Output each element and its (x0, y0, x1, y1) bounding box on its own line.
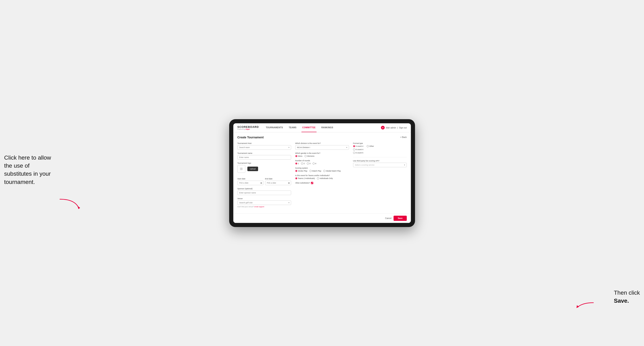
navbar: SCOREBOARD Powered by clippd TOURNAMENTS… (233, 123, 411, 132)
form-col-1: Tournament Host Tournament name Tourname… (238, 142, 291, 210)
nav-user-area: B blair admin | Sign out (381, 126, 406, 130)
scoring-label: Scoring system (295, 167, 349, 169)
tournament-name-label: Tournament name (238, 152, 291, 154)
scoring-api-select[interactable]: Select a scoring service (353, 163, 407, 167)
venue-email-link[interactable]: email support (254, 206, 264, 208)
event-teams[interactable]: Teams (+Individuals) (295, 177, 315, 179)
arrow-left-icon (58, 197, 82, 209)
svg-marker-1 (576, 305, 579, 308)
allow-substitutes-group: Allow substitutes? (295, 182, 349, 184)
venue-input[interactable] (238, 200, 291, 205)
start-date-label: Start date (238, 178, 264, 180)
tournament-name-group: Tournament name (238, 152, 291, 160)
cancel-button[interactable]: Cancel (385, 217, 392, 219)
division-select[interactable]: NCAA Division I (295, 145, 349, 150)
nav-rankings[interactable]: RANKINGS (321, 123, 334, 132)
gender-label: Which gender is the event for? (295, 152, 349, 154)
scoring-api-label: Use third-party live scoring API? (353, 160, 407, 162)
form-grid: Tournament Host Tournament name Tourname… (238, 142, 407, 210)
sponsor-label: Sponsor (optional) (238, 188, 291, 190)
logo: SCOREBOARD Powered by clippd (238, 125, 259, 130)
tournament-host-label: Tournament Host (238, 142, 291, 144)
allow-substitutes-label[interactable]: Allow substitutes? (295, 182, 349, 184)
event-individuals[interactable]: Individuals Only (317, 177, 333, 179)
page-content: Create Tournament Back Tournament Host T… (233, 132, 411, 213)
form-footer: Cancel Save (233, 213, 411, 223)
calendar-icon-2: ▦ (288, 182, 290, 184)
annotation-right: Then click Save. (614, 289, 640, 305)
format-5count4[interactable]: 5 count 4 (353, 145, 364, 147)
back-link[interactable]: Back (400, 136, 407, 138)
sponsor-group: Sponsor (optional) (238, 188, 291, 195)
username: blair admin (386, 127, 396, 129)
rounds-label: Number of rounds (295, 160, 349, 162)
logo-scoreboard-text: SCOREBOARD (238, 125, 259, 129)
nav-tournaments[interactable]: TOURNAMENTS (265, 123, 284, 132)
division-label: Which division is the event for? (295, 142, 349, 144)
format-type-options: 5 count 4 Other 6 count 4 (353, 145, 407, 154)
calendar-icon: ▦ (260, 182, 262, 184)
nav-committee[interactable]: COMMITTEE (302, 123, 316, 132)
page-title: Create Tournament (238, 136, 264, 139)
sign-out-link[interactable]: Sign out (399, 127, 407, 129)
allow-substitutes-checkbox[interactable] (311, 182, 313, 184)
format-type-group: Format type 5 count 4 Other (353, 142, 407, 154)
format-row-1: 5 count 4 Other (353, 145, 407, 147)
section-divider (353, 157, 407, 157)
scoring-group: Scoring system Stroke Play Match Play (295, 167, 349, 172)
rounds-group: Number of rounds 1 2 (295, 160, 349, 165)
format-6count5[interactable]: 6 count 5 (353, 152, 364, 154)
end-date-input[interactable] (265, 181, 291, 185)
rounds-1[interactable]: 1 (295, 163, 299, 165)
format-row-2: 6 count 4 (353, 149, 407, 151)
venue-group: Venue Can't find your venue? email suppo… (238, 197, 291, 208)
save-button[interactable]: Save (394, 216, 406, 221)
form-col-2: Which division is the event for? NCAA Di… (295, 142, 349, 210)
scoring-medal-match[interactable]: Medal Match Play (323, 170, 341, 172)
format-type-label: Format type (353, 142, 407, 144)
end-date-label: End date (265, 178, 291, 180)
division-group: Which division is the event for? NCAA Di… (295, 142, 349, 150)
form-col-3: Format type 5 count 4 Other (353, 142, 407, 210)
tournament-logo-group: Tournament logo ⊞ Upload (238, 162, 291, 175)
start-date-group: Start date ▦ (238, 178, 264, 185)
tournament-host-input[interactable] (238, 145, 291, 150)
format-6count4[interactable]: 6 count 4 (353, 149, 364, 151)
venue-help-text: Can't find your venue? email support (238, 206, 291, 208)
logo-clippd-text: clippd (245, 129, 250, 130)
tournament-name-input[interactable] (238, 155, 291, 160)
rounds-4[interactable]: 4 (312, 163, 316, 165)
logo-upload-area: ⊞ Upload (238, 165, 291, 173)
rounds-radio-group: 1 2 3 4 (295, 163, 349, 165)
gender-mens[interactable]: Mens (295, 155, 302, 157)
scoring-stroke[interactable]: Stroke Play (295, 170, 308, 172)
start-date-input[interactable] (238, 181, 264, 185)
nav-links: TOURNAMENTS TEAMS COMMITTEE RANKINGS (265, 123, 381, 132)
tablet-screen: SCOREBOARD Powered by clippd TOURNAMENTS… (233, 123, 411, 223)
tournament-logo-label: Tournament logo (238, 162, 291, 164)
logo-powered-text: Powered by clippd (238, 129, 259, 130)
nav-teams[interactable]: TEAMS (288, 123, 298, 132)
scoring-radio-group: Stroke Play Match Play Medal Match Play (295, 170, 349, 172)
gender-radio-group: Mens Womens (295, 155, 349, 157)
event-type-group: Is this event for Teams and/or Individua… (295, 174, 349, 179)
format-row-3: 6 count 5 (353, 152, 407, 154)
sponsor-input[interactable] (238, 190, 291, 195)
upload-button[interactable]: Upload (247, 167, 258, 171)
svg-marker-0 (78, 206, 80, 209)
annotation-left: Click here to allow the use of substitut… (4, 154, 58, 186)
gender-group: Which gender is the event for? Mens Wome… (295, 152, 349, 157)
rounds-2[interactable]: 2 (301, 163, 305, 165)
tournament-host-group: Tournament Host (238, 142, 291, 150)
gender-womens[interactable]: Womens (304, 155, 314, 157)
scoring-match[interactable]: Match Play (310, 170, 322, 172)
format-other[interactable]: Other (367, 145, 374, 147)
scoring-api-group: Use third-party live scoring API? Select… (353, 160, 407, 167)
arrow-right-icon (575, 301, 596, 309)
date-row: Start date ▦ End date ▦ (238, 178, 291, 185)
event-type-label: Is this event for Teams and/or Individua… (295, 174, 349, 176)
rounds-3[interactable]: 3 (307, 163, 310, 165)
avatar: B (381, 126, 385, 130)
end-date-group: End date ▦ (265, 178, 291, 185)
event-type-radio-group: Teams (+Individuals) Individuals Only (295, 177, 349, 179)
